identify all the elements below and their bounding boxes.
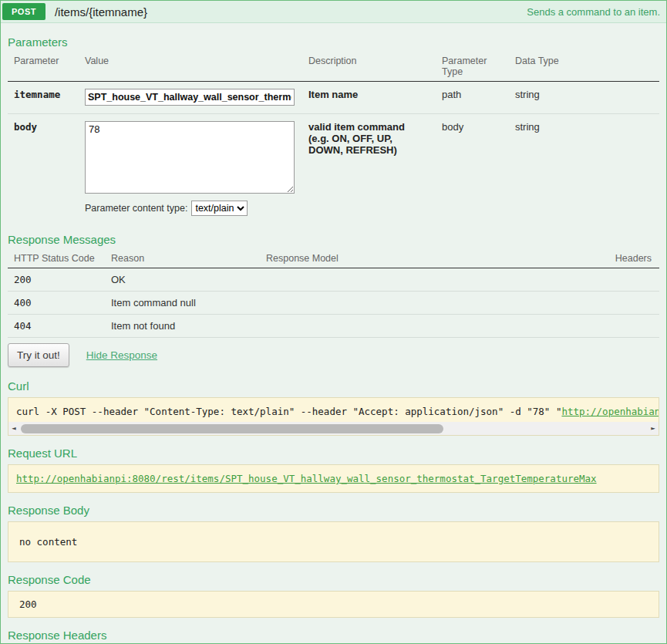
param-type-body: body <box>436 121 509 133</box>
response-body-box: no content <box>8 521 659 562</box>
col-http-status-code: HTTP Status Code <box>8 253 105 264</box>
reason-400: Item command null <box>105 297 260 309</box>
content-type-label: Parameter content type: <box>85 203 187 214</box>
scrollbar-thumb[interactable] <box>21 424 443 433</box>
content-type-select[interactable]: text/plain <box>191 201 248 216</box>
response-body-heading: Response Body <box>8 504 659 517</box>
data-type-body: string <box>509 121 659 133</box>
response-code-box: 200 <box>8 591 659 618</box>
horizontal-scrollbar[interactable]: ◄ ► <box>8 422 659 435</box>
hide-response-link[interactable]: Hide Response <box>86 349 157 361</box>
response-messages-table-header: HTTP Status Code Reason Response Model H… <box>8 251 659 268</box>
curl-command-text: curl -X POST --header "Content-Type: tex… <box>8 398 659 422</box>
actions-row: Try it out! Hide Response <box>8 343 659 367</box>
request-url-link[interactable]: http://openhabianpi:8080/rest/items/SPT_… <box>16 473 597 484</box>
param-desc-itemname: Item name <box>302 89 436 100</box>
col-data-type: Data Type <box>509 56 659 77</box>
scroll-right-arrow-icon[interactable]: ► <box>648 422 659 435</box>
curl-command-box: curl -X POST --header "Content-Type: tex… <box>8 397 659 436</box>
data-type-itemname: string <box>509 89 659 100</box>
curl-url-link[interactable]: http://openhabianpi:8080/rest/items/SPT_… <box>561 406 659 417</box>
col-parameter: Parameter <box>8 56 79 77</box>
parameters-heading: Parameters <box>8 35 659 49</box>
response-code-value: 200 <box>19 598 37 610</box>
response-body-value: no content <box>19 536 77 548</box>
table-row: 200 OK <box>8 268 659 292</box>
operation-summary[interactable]: Sends a command to an item. <box>527 6 660 18</box>
status-code-200: 200 <box>8 274 105 285</box>
body-textarea[interactable]: 78 <box>85 121 295 194</box>
operation-heading-bar: POST /items/{itemname} Sends a command t… <box>1 1 666 23</box>
param-type-itemname: path <box>436 89 509 100</box>
operation-content: Parameters Parameter Value Description P… <box>1 23 666 644</box>
reason-404: Item not found <box>105 320 260 332</box>
param-desc-body: valid item command (e.g. ON, OFF, UP, DO… <box>302 121 436 156</box>
response-code-heading: Response Code <box>8 573 659 586</box>
operation-path-link[interactable]: /items/{itemname} <box>55 5 527 19</box>
col-description: Description <box>302 56 436 77</box>
scroll-left-arrow-icon[interactable]: ◄ <box>8 422 19 435</box>
response-messages-heading: Response Messages <box>8 233 659 246</box>
response-headers-heading: Response Headers <box>8 629 659 642</box>
table-row: 404 Item not found <box>8 315 659 338</box>
request-url-box: http://openhabianpi:8080/rest/items/SPT_… <box>8 464 659 493</box>
param-name-body: body <box>8 121 79 133</box>
table-row: body 78 Parameter content type: text/pla… <box>8 114 659 224</box>
operation-card: POST /items/{itemname} Sends a command t… <box>0 0 667 644</box>
curl-heading: Curl <box>8 379 659 393</box>
request-url-heading: Request URL <box>8 447 659 460</box>
col-headers: Headers <box>587 253 659 264</box>
reason-200: OK <box>105 274 260 285</box>
status-code-400: 400 <box>8 297 105 309</box>
col-parameter-type: Parameter Type <box>436 56 509 77</box>
col-response-model: Response Model <box>260 253 587 264</box>
curl-command-prefix: curl -X POST --header "Content-Type: tex… <box>16 406 561 417</box>
col-value: Value <box>79 56 302 77</box>
status-code-404: 404 <box>8 320 105 332</box>
col-reason: Reason <box>105 253 260 264</box>
try-it-out-button[interactable]: Try it out! <box>8 343 69 367</box>
table-row: itemname Item name path string <box>8 82 659 114</box>
http-method-badge[interactable]: POST <box>2 3 45 20</box>
table-row: 400 Item command null <box>8 292 659 315</box>
itemname-input[interactable] <box>85 89 295 106</box>
parameters-table-header: Parameter Value Description Parameter Ty… <box>8 53 659 82</box>
param-name-itemname: itemname <box>8 89 79 100</box>
